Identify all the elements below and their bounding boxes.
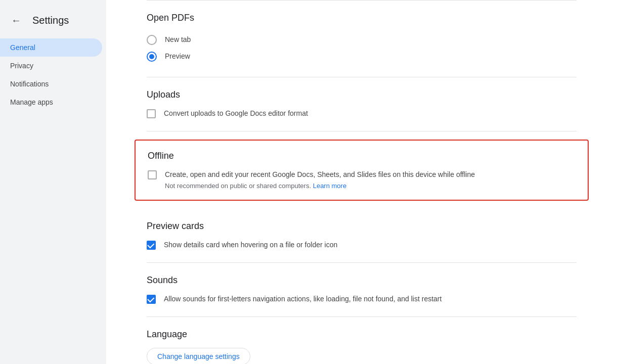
section-uploads: Uploads Convert uploads to Google Docs e… [147,77,577,131]
sidebar: ← Settings General Privacy Notifications… [0,0,106,364]
offline-checkbox[interactable] [148,170,157,179]
uploads-title: Uploads [147,89,577,100]
uploads-checkbox-label: Convert uploads to Google Docs editor fo… [164,108,308,119]
offline-text-block: Create, open and edit your recent Google… [165,169,475,180]
language-title: Language [147,329,577,340]
uploads-checkbox-container[interactable]: Convert uploads to Google Docs editor fo… [147,108,577,119]
back-button[interactable]: ← [8,12,24,28]
offline-checkbox-label: Create, open and edit your recent Google… [165,170,475,178]
radio-preview[interactable]: Preview [147,48,577,65]
sidebar-item-general[interactable]: General [0,38,102,57]
radio-preview-dot [149,54,154,59]
sounds-label: Allow sounds for first-letters navigatio… [164,294,442,304]
sounds-checkbox-container[interactable]: Allow sounds for first-letters navigatio… [147,294,577,304]
radio-new-tab[interactable]: New tab [147,31,577,48]
main-content: Open PDFs New tab Preview Uploads Conver… [106,0,617,364]
preview-cards-checkbox-container[interactable]: Show details card when hovering on a fil… [147,240,577,250]
radio-preview-indicator [147,52,157,62]
offline-title: Offline [148,151,576,161]
section-offline: Offline Create, open and edit your recen… [135,140,589,201]
preview-cards-label: Show details card when hovering on a fil… [164,240,337,250]
section-offline-wrapper: Offline Create, open and edit your recen… [147,131,577,209]
section-sounds: Sounds Allow sounds for first-letters na… [147,263,577,317]
radio-new-tab-indicator [147,35,157,45]
sounds-title: Sounds [147,275,577,286]
page-title: Settings [32,15,69,26]
radio-new-tab-label: New tab [165,34,191,45]
sounds-checkbox[interactable] [147,295,156,304]
radio-preview-label: Preview [165,51,190,62]
sidebar-header: ← Settings [0,8,106,38]
preview-cards-checkbox[interactable] [147,241,156,250]
learn-more-link[interactable]: Learn more [313,182,346,190]
uploads-checkbox[interactable] [147,109,156,118]
open-pdfs-title: Open PDFs [147,13,577,23]
offline-checkbox-container[interactable]: Create, open and edit your recent Google… [148,169,576,180]
sidebar-item-notifications[interactable]: Notifications [0,75,102,93]
section-language: Language Change language settings [147,317,577,364]
section-open-pdfs: Open PDFs New tab Preview [147,1,577,77]
offline-sub-text: Not recommended on public or shared comp… [165,182,576,190]
sidebar-item-manage-apps[interactable]: Manage apps [0,93,102,111]
preview-cards-title: Preview cards [147,221,577,232]
section-preview-cards: Preview cards Show details card when hov… [147,209,577,263]
sidebar-item-privacy[interactable]: Privacy [0,57,102,75]
change-language-button[interactable]: Change language settings [147,348,250,364]
